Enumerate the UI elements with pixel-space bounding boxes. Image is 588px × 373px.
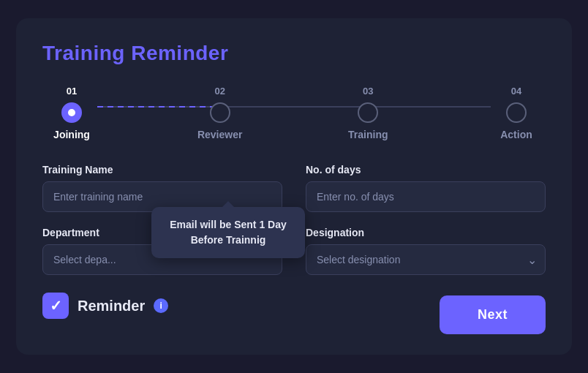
- step-action: 04 Action: [487, 86, 546, 140]
- no-of-days-group: No. of days: [306, 164, 546, 212]
- reminder-checkbox[interactable]: ✓: [42, 293, 69, 319]
- designation-group: Designation Select designation ⌄: [306, 227, 546, 275]
- no-of-days-input[interactable]: [306, 181, 546, 212]
- step-num-2: 02: [214, 86, 225, 97]
- next-button[interactable]: Next: [440, 295, 546, 334]
- step-num-3: 03: [363, 86, 373, 97]
- step-num-1: 01: [67, 86, 77, 97]
- step-label-3: Training: [348, 129, 388, 140]
- page-title: Training Reminder: [42, 42, 546, 65]
- info-icon[interactable]: i: [154, 298, 168, 313]
- step-circle-1: [61, 102, 82, 123]
- tooltip-line1: Email will be Sent 1 Day: [166, 217, 290, 233]
- no-of-days-label: No. of days: [306, 164, 546, 176]
- step-label-1: Joining: [53, 129, 90, 140]
- step-reviewer: 02 Reviewer: [191, 86, 249, 140]
- stepper: 01 Joining 02 Reviewer 03 Training 04 Ac…: [42, 86, 546, 140]
- designation-select[interactable]: Select designation: [306, 244, 546, 275]
- step-joining: 01 Joining: [42, 86, 101, 140]
- step-num-4: 04: [511, 86, 521, 97]
- reminder-label: Reminder: [78, 298, 145, 314]
- tooltip-line2: Before Trainnig: [166, 233, 290, 248]
- step-dot-1: [68, 109, 75, 116]
- checkmark-icon: ✓: [50, 298, 62, 313]
- info-symbol: i: [160, 301, 162, 311]
- step-circle-3: [358, 102, 378, 123]
- designation-select-wrapper: Select designation ⌄: [306, 244, 546, 275]
- training-name-group: Training Name: [42, 164, 282, 212]
- reminder-tooltip: Email will be Sent 1 Day Before Trainnig: [151, 207, 305, 258]
- main-card: Training Reminder 01 Joining 02 Reviewer…: [16, 18, 572, 355]
- step-circle-4: [506, 102, 527, 123]
- step-label-4: Action: [500, 129, 532, 140]
- designation-label: Designation: [306, 227, 546, 238]
- step-circle-2: [210, 102, 230, 123]
- step-training: 03 Training: [339, 86, 397, 140]
- training-name-label: Training Name: [42, 164, 282, 176]
- step-label-2: Reviewer: [197, 129, 242, 140]
